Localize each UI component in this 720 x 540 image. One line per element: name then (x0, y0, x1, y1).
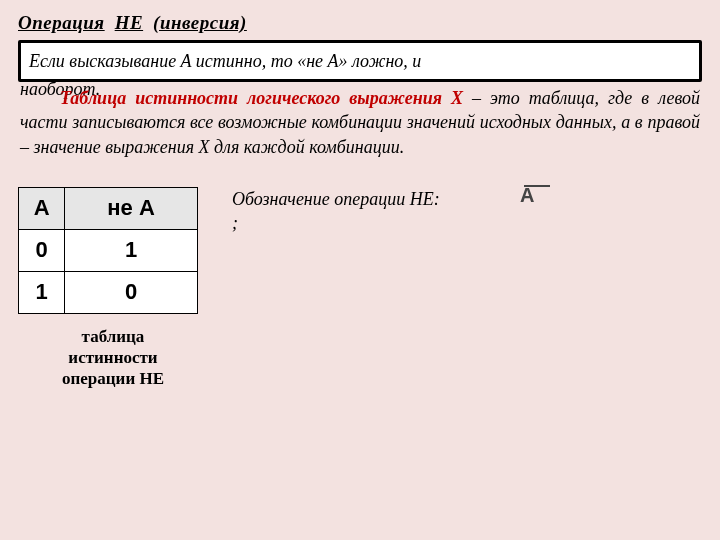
rule-text-line1: Если высказывание A истинно, то «не А» л… (29, 51, 421, 71)
not-a-symbol: А (520, 185, 550, 210)
cell-nota: 0 (65, 271, 198, 313)
caption-l2: истинности (68, 348, 157, 367)
cell-a: 0 (19, 229, 65, 271)
truth-table-caption: таблица истинности операции НЕ (18, 326, 208, 390)
definition-lead: Таблица истинности логического выражения… (60, 88, 463, 108)
definition-paragraph: Таблица истинности логического выражения… (18, 86, 702, 159)
cell-a: 1 (19, 271, 65, 313)
notation-text2: ; (232, 211, 440, 235)
title-inv: (инверсия) (153, 12, 247, 33)
table-row: 0 1 (19, 229, 198, 271)
page-title: ОперацияНЕ(инверсия) (18, 12, 702, 34)
table-row: 1 0 (19, 271, 198, 313)
rule-box: Если высказывание A истинно, то «не А» л… (18, 40, 702, 82)
th-nota: не А (65, 187, 198, 229)
caption-l3: операции НЕ (62, 369, 164, 388)
notation-block: Обозначение операции НЕ: ; А (232, 187, 440, 390)
caption-l1: таблица (82, 327, 145, 346)
th-a: А (19, 187, 65, 229)
table-row-head: А не А (19, 187, 198, 229)
cell-nota: 1 (65, 229, 198, 271)
title-not: НЕ (115, 12, 143, 33)
symbol-a: А (520, 184, 534, 206)
truth-table: А не А 0 1 1 0 (18, 187, 198, 314)
title-op: Операция (18, 12, 105, 33)
notation-text: Обозначение операции НЕ: (232, 189, 440, 209)
